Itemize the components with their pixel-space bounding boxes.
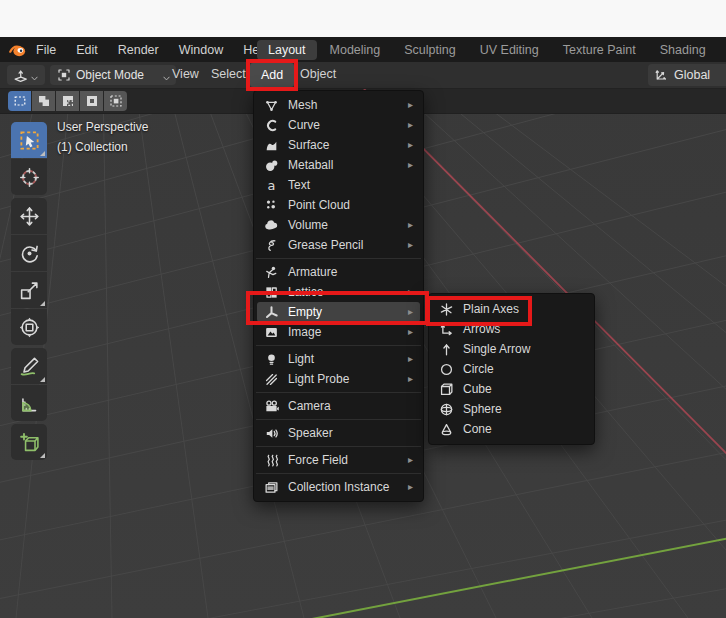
add-menu-item-collection-instance[interactable]: Collection Instance	[257, 477, 420, 497]
add-menu-item-label: Camera	[288, 399, 331, 413]
force-field-icon	[264, 453, 279, 468]
menu-view[interactable]: View	[172, 67, 199, 81]
submenu-arrow-icon	[408, 220, 413, 230]
tool-transform[interactable]	[11, 309, 47, 345]
add-menu-item-camera[interactable]: Camera	[257, 396, 420, 416]
chevron-down-icon	[29, 70, 40, 81]
tool-select-box[interactable]	[11, 122, 47, 158]
transform-orientation-dropdown[interactable]: Global	[648, 64, 726, 86]
workspace-tabs: LayoutModelingSculptingUV EditingTexture…	[257, 40, 726, 60]
tool-annotate[interactable]	[11, 348, 47, 384]
blender-logo-icon[interactable]	[8, 41, 26, 59]
select-mode-set[interactable]	[8, 91, 31, 111]
empty-submenu-item-plain-axes[interactable]: Plain Axes	[432, 299, 591, 319]
add-menu-item-volume[interactable]: Volume	[257, 215, 420, 235]
add-menu-item-label: Mesh	[288, 98, 317, 112]
select-box-icon	[19, 130, 40, 151]
add-menu-item-text[interactable]: aText	[257, 175, 420, 195]
tab-layout[interactable]: Layout	[257, 40, 317, 60]
add-menu-item-image[interactable]: Image	[257, 322, 420, 342]
add-menu-item-point-cloud[interactable]: Point Cloud	[257, 195, 420, 215]
submenu-arrow-icon	[408, 374, 413, 384]
tool-rotate[interactable]	[11, 235, 47, 271]
speaker-icon	[264, 426, 279, 441]
menu-select[interactable]: Select	[211, 67, 246, 81]
light-icon	[264, 352, 279, 367]
tool-group-1	[11, 198, 47, 345]
add-menu-item-label: Speaker	[288, 426, 333, 440]
add-menu-item-speaker[interactable]: Speaker	[257, 423, 420, 443]
text-icon: a	[264, 178, 279, 193]
add-menu-item-metaball[interactable]: Metaball	[257, 155, 420, 175]
select-mode-invert[interactable]	[80, 91, 103, 111]
tool-add-cube[interactable]	[11, 424, 47, 460]
empty-submenu-item-sphere[interactable]: Sphere	[432, 399, 591, 419]
add-menu-button-label: Add	[261, 68, 283, 82]
tab-shading[interactable]: Shading	[649, 40, 717, 60]
lattice-icon	[264, 285, 279, 300]
tab-anim[interactable]: Anim	[719, 40, 726, 60]
empty-submenu-item-circle[interactable]: Circle	[432, 359, 591, 379]
topbar-menu-render[interactable]: Render	[108, 43, 169, 57]
add-menu-item-surface[interactable]: Surface	[257, 135, 420, 155]
select-mode-extend[interactable]	[32, 91, 55, 111]
add-menu-item-force-field[interactable]: Force Field	[257, 450, 420, 470]
empty-submenu-item-label: Cube	[463, 382, 492, 396]
topbar-menus: FileEditRenderWindowHelp	[26, 37, 279, 62]
tool-measure[interactable]	[11, 385, 47, 421]
image-icon	[264, 325, 279, 340]
active-collection-label: (1) Collection	[57, 137, 148, 157]
add-menu-item-label: Force Field	[288, 453, 348, 467]
add-menu-item-grease-pencil[interactable]: Grease Pencil	[257, 235, 420, 255]
select-mode-invert-icon	[85, 94, 99, 108]
select-mode-intersect-icon	[109, 94, 123, 108]
tool-cursor[interactable]	[11, 159, 47, 195]
menu-separator	[254, 342, 423, 349]
menu-separator	[254, 443, 423, 450]
add-menu-item-light[interactable]: Light	[257, 349, 420, 369]
add-menu-item-label: Light Probe	[288, 372, 349, 386]
tab-uv-editing[interactable]: UV Editing	[469, 40, 550, 60]
object-mode-icon	[57, 68, 71, 82]
tool-scale[interactable]	[11, 272, 47, 308]
chevron-down-icon	[161, 70, 172, 81]
add-menu-item-lattice[interactable]: Lattice	[257, 282, 420, 302]
submenu-arrow-icon	[408, 307, 413, 317]
menu-separator-line	[256, 446, 421, 447]
orientation-label: Global	[674, 68, 710, 82]
annotate-icon	[19, 356, 40, 377]
empty-submenu-item-cone[interactable]: Cone	[432, 419, 591, 439]
add-menu-item-mesh[interactable]: Mesh	[257, 95, 420, 115]
empty-submenu-item-single-arrow[interactable]: Single Arrow	[432, 339, 591, 359]
empty-submenu-item-cube[interactable]: Cube	[432, 379, 591, 399]
editor-type-selector[interactable]	[7, 65, 45, 85]
add-menu-item-label: Empty	[288, 305, 322, 319]
tab-texture-paint[interactable]: Texture Paint	[552, 40, 647, 60]
add-menu-item-label: Surface	[288, 138, 329, 152]
mode-selector[interactable]: Object Mode	[50, 65, 176, 85]
add-menu-item-light-probe[interactable]: Light Probe	[257, 369, 420, 389]
empty-submenu-item-label: Plain Axes	[463, 302, 519, 316]
empty-submenu-item-label: Arrows	[463, 322, 500, 336]
select-mode-subtract[interactable]	[56, 91, 79, 111]
topbar-menu-file[interactable]: File	[26, 43, 66, 57]
menu-separator-line	[256, 419, 421, 420]
tab-modeling[interactable]: Modeling	[319, 40, 392, 60]
menu-object[interactable]: Object	[300, 67, 336, 81]
topbar-menu-window[interactable]: Window	[169, 43, 233, 57]
window-top-strip	[0, 0, 726, 38]
add-menu-item-curve[interactable]: Curve	[257, 115, 420, 135]
select-mode-intersect[interactable]	[104, 91, 127, 111]
single-arrow-icon	[439, 342, 454, 357]
tab-sculpting[interactable]: Sculpting	[393, 40, 466, 60]
add-menu-item-armature[interactable]: Armature	[257, 262, 420, 282]
add-menu-item-label: Image	[288, 325, 321, 339]
empty-submenu-item-arrows[interactable]: Arrows	[432, 319, 591, 339]
topbar-menu-edit[interactable]: Edit	[66, 43, 108, 57]
add-menu-button[interactable]: Add	[250, 63, 294, 87]
add-menu-item-label: Grease Pencil	[288, 238, 363, 252]
add-menu-item-empty[interactable]: Empty	[257, 302, 420, 322]
arrows-icon	[439, 322, 454, 337]
orientation-global-icon	[654, 68, 668, 82]
tool-move[interactable]	[11, 198, 47, 234]
